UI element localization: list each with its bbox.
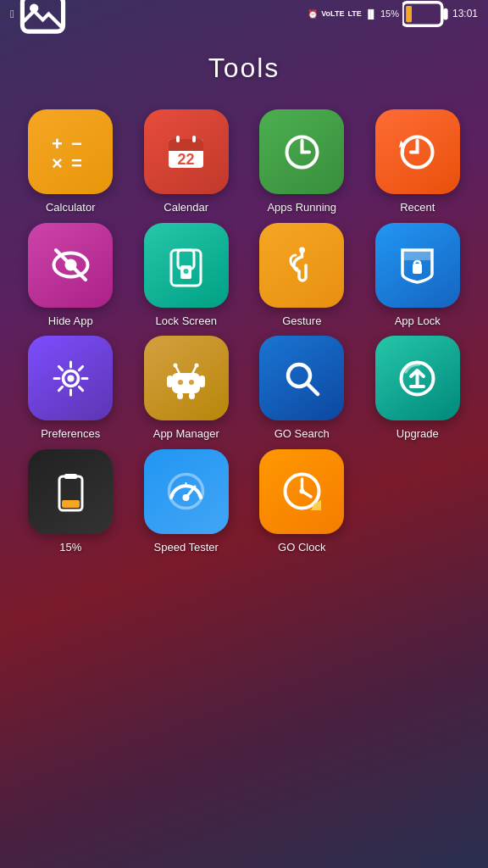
app-item-speed-tester[interactable]: Speed Tester — [133, 449, 241, 554]
svg-point-56 — [299, 489, 304, 494]
svg-point-36 — [195, 363, 199, 367]
speed-tester-icon — [144, 449, 229, 534]
svg-point-35 — [174, 363, 178, 367]
svg-rect-26 — [413, 264, 422, 274]
svg-rect-46 — [62, 500, 80, 508]
calculator-icon: + − × = — [28, 109, 113, 194]
app-item-go-search[interactable]: GO Search — [248, 336, 356, 441]
svg-rect-37 — [167, 376, 173, 387]
apps-running-icon — [259, 109, 344, 194]
app-lock-icon — [375, 223, 460, 308]
gesture-label: Gesture — [282, 314, 321, 328]
battery-app-icon — [28, 449, 113, 534]
svg-text:=: = — [71, 153, 82, 174]
gesture-icon — [259, 223, 344, 308]
app-item-preferences[interactable]: Preferences — [17, 336, 125, 441]
svg-rect-39 — [177, 392, 183, 399]
alarm-status-icon: ⏰ — [308, 9, 318, 19]
lock-screen-icon — [144, 223, 229, 308]
hide-app-label: Hide App — [48, 314, 93, 328]
facebook-icon:  — [10, 8, 14, 20]
calendar-label: Calendar — [164, 201, 208, 214]
svg-text:22: 22 — [178, 151, 195, 168]
battery-percent: 15% — [380, 8, 399, 19]
app-item-upgrade[interactable]: Upgrade — [364, 336, 472, 441]
svg-rect-38 — [199, 376, 205, 387]
calculator-label: Calculator — [46, 201, 96, 214]
app-manager-label: App Manager — [153, 427, 219, 441]
go-search-label: GO Search — [274, 427, 330, 441]
svg-rect-4 — [406, 5, 412, 21]
svg-text:×: × — [52, 153, 63, 174]
app-item-recent[interactable]: Recent — [364, 109, 472, 214]
time-display: 13:01 — [452, 8, 478, 19]
app-item-app-manager[interactable]: App Manager — [133, 336, 241, 441]
svg-line-42 — [308, 384, 318, 394]
app-item-apps-running[interactable]: Apps Running — [248, 109, 356, 214]
go-search-icon — [259, 336, 344, 420]
svg-text:+: + — [52, 133, 63, 154]
status-bar:  ⏰ VoLTE LTE ▐▌ 15% 13:01 — [0, 0, 488, 27]
svg-rect-3 — [443, 8, 448, 19]
app-item-calculator[interactable]: + − × = Calculator — [17, 109, 125, 214]
upgrade-label: Upgrade — [396, 427, 439, 441]
app-item-lock-screen[interactable]: Lock Screen — [133, 223, 241, 328]
svg-point-25 — [299, 248, 305, 253]
svg-rect-13 — [176, 136, 180, 142]
volte-indicator: VoLTE — [321, 9, 344, 18]
upgrade-icon — [375, 336, 460, 420]
go-clock-label: GO Clock — [278, 541, 325, 554]
recent-icon — [375, 109, 460, 194]
speed-tester-label: Speed Tester — [154, 541, 219, 554]
app-item-battery[interactable]: 15% — [17, 449, 125, 554]
svg-rect-14 — [192, 136, 196, 142]
battery-icon — [402, 0, 449, 37]
lte-indicator: LTE — [347, 9, 361, 18]
app-manager-icon — [144, 336, 229, 420]
svg-point-24 — [184, 269, 189, 274]
app-lock-label: App Lock — [395, 314, 441, 328]
battery-label: 15% — [59, 541, 81, 554]
status-left-icons:  — [10, 0, 66, 37]
app-item-go-clock[interactable]: GO Clock — [248, 449, 356, 554]
preferences-icon — [28, 336, 113, 420]
hide-app-icon — [28, 223, 113, 308]
calendar-icon: 22 — [144, 109, 229, 194]
svg-rect-29 — [173, 374, 199, 392]
go-clock-icon — [259, 449, 344, 534]
signal-bars-icon: ▐▌ — [365, 9, 377, 19]
recent-label: Recent — [400, 201, 435, 214]
status-right-icons: ⏰ VoLTE LTE ▐▌ 15% 13:01 — [308, 0, 478, 37]
preferences-label: Preferences — [41, 427, 100, 441]
svg-rect-40 — [189, 392, 195, 399]
app-item-calendar[interactable]: 22 Calendar — [133, 109, 241, 214]
svg-point-51 — [183, 494, 190, 501]
app-item-gesture[interactable]: Gesture — [248, 223, 356, 328]
svg-point-32 — [189, 380, 194, 385]
app-grid: + − × = Calculator 22 Calendar — [0, 101, 488, 579]
svg-rect-45 — [64, 474, 77, 479]
app-item-hide-app[interactable]: Hide App — [17, 223, 125, 328]
apps-running-label: Apps Running — [267, 201, 336, 214]
svg-point-28 — [67, 375, 74, 381]
page-title: Tools — [0, 27, 488, 101]
svg-text:−: − — [71, 133, 82, 154]
image-icon — [19, 0, 66, 37]
svg-point-31 — [178, 380, 183, 385]
lock-screen-label: Lock Screen — [156, 314, 217, 328]
app-item-app-lock[interactable]: App Lock — [364, 223, 472, 328]
